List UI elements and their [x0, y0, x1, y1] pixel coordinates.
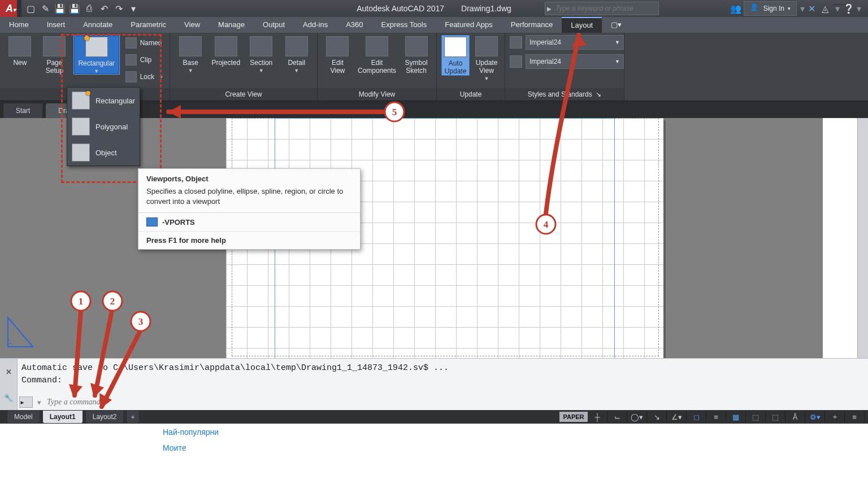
detail-style-dropdown[interactable]: Imperial24▼	[526, 54, 624, 69]
menu-featured-apps[interactable]: Featured Apps	[436, 17, 502, 33]
menu-a360[interactable]: A360	[337, 17, 372, 33]
clip-viewport-button[interactable]: Clip	[123, 53, 165, 67]
detail-view-button[interactable]: Detail▼	[281, 35, 313, 73]
symbol-sketch-button[interactable]: Symbol Sketch	[401, 35, 432, 75]
section-style-dropdown[interactable]: Imperial24▼	[526, 35, 624, 50]
menu-manage[interactable]: Manage	[209, 17, 254, 33]
grid-toggle-icon[interactable]: ┼	[591, 411, 607, 422]
clean-screen-icon[interactable]: ＋	[828, 411, 845, 422]
named-viewports-button[interactable]: Named	[123, 36, 165, 50]
open-icon[interactable]: ✎	[40, 3, 51, 14]
command-history: Automatic save to C:\Users\Krasimir\appd…	[21, 362, 862, 387]
menu-insert[interactable]: Insert	[38, 17, 75, 33]
exchange-icon[interactable]: ✕	[808, 3, 818, 14]
viewport-small-stack: Named Clip Lock▾	[123, 35, 165, 84]
panel-title-createview: Create View	[170, 88, 317, 101]
link-popular[interactable]: Най-популярни	[163, 428, 219, 437]
link-mine[interactable]: Моите	[163, 443, 219, 452]
viewport-option-polygonal[interactable]: Polygonal	[67, 114, 140, 140]
polar-toggle-icon[interactable]: ∠▾	[670, 411, 687, 422]
annotation-visibility-icon[interactable]: Å	[789, 411, 805, 422]
update-view-button[interactable]: Update View▼	[473, 35, 500, 81]
status-toggles: PAPER ┼ ⌙ ◯▾ ↘ ∠▾ ◻ ≡ ▦ ⬚ ⬚ Å ⚙▾ ＋ ≡	[559, 410, 865, 424]
save-icon[interactable]: 💾	[54, 3, 66, 14]
customize-status-icon[interactable]: ≡	[848, 411, 865, 422]
help-search-input[interactable]	[553, 5, 658, 12]
projected-view-button[interactable]: Projected	[210, 35, 242, 67]
qat-customize-icon[interactable]: ▾	[128, 3, 139, 14]
tooltip-help: Press F1 for more help	[138, 231, 360, 249]
menu-layout[interactable]: Layout	[562, 17, 602, 33]
base-view-button[interactable]: Base▼	[175, 35, 207, 73]
modelspace-paperspace-toggle[interactable]: PAPER	[559, 412, 588, 422]
title-right-cluster: 👥 👤 Sign In ▾ ▾ ✕ ◬ ▾ ❔ ▾	[730, 0, 868, 17]
menu-performance[interactable]: Performance	[502, 17, 562, 33]
auto-update-button[interactable]: Auto Update	[441, 35, 470, 76]
panel-title-styles: Styles and Standards ↘	[505, 88, 624, 101]
section-style-icon[interactable]	[510, 36, 522, 49]
redo-icon[interactable]: ↷	[113, 3, 124, 14]
minimize-button[interactable]: —	[833, 1, 845, 7]
tab-layout2[interactable]: Layout2	[85, 411, 124, 424]
menu-home[interactable]: Home	[0, 17, 38, 33]
transparency-icon[interactable]: ▦	[730, 411, 746, 422]
file-tab-start[interactable]: Start	[3, 103, 42, 118]
viewport-option-icon	[72, 143, 90, 162]
edit-view-button[interactable]: Edit View	[322, 35, 353, 75]
command-prompt-icon[interactable]: ▸	[19, 396, 33, 408]
cmdwin-close-icon[interactable]: ✕	[0, 359, 17, 385]
menu-add-ins[interactable]: Add-ins	[294, 17, 337, 33]
osnap-toggle-icon[interactable]: ◻	[690, 411, 706, 422]
menu-annotate[interactable]: Annotate	[74, 17, 121, 33]
snap-toggle-icon[interactable]: ⌙	[611, 411, 627, 422]
viewport-option-label: Polygonal	[96, 123, 128, 131]
add-layout-button[interactable]: ＋	[126, 411, 140, 424]
new-layout-button[interactable]: New	[5, 35, 36, 67]
viewport-option-label: Rectangular	[96, 97, 135, 105]
new-icon[interactable]: ▢	[25, 3, 36, 14]
ucs-icon	[6, 315, 35, 349]
menu-output[interactable]: Output	[254, 17, 294, 33]
cmdwin-handle[interactable]: ✕ 🔧	[0, 359, 18, 411]
infocenter-icon[interactable]: 👥	[730, 3, 740, 14]
a360-icon[interactable]: ◬	[822, 3, 832, 14]
dynamic-input-icon[interactable]: ◯▾	[631, 411, 647, 422]
ribbon-cycle-icon[interactable]: ▢▾	[602, 17, 631, 33]
user-icon: 👤	[750, 3, 760, 14]
saveas-icon[interactable]: 💾	[69, 3, 80, 14]
viewport-option-rectangular[interactable]: Rectangular	[67, 88, 140, 114]
vertical-scrollbar[interactable]	[857, 118, 868, 358]
signin-button[interactable]: 👤 Sign In ▾	[744, 1, 797, 16]
workspace-icon[interactable]: ⚙▾	[809, 411, 825, 422]
detail-style-icon[interactable]	[510, 55, 522, 68]
menu-parametric[interactable]: Parametric	[121, 17, 175, 33]
lock-viewport-button[interactable]: Lock▾	[123, 70, 165, 84]
selection-cycling-icon[interactable]: ⬚	[749, 411, 766, 422]
section-view-button[interactable]: Section▼	[245, 35, 277, 73]
panel-title-update: Update	[437, 88, 505, 101]
cmdwin-wrench-icon[interactable]: 🔧	[0, 385, 17, 411]
command-input[interactable]	[46, 397, 862, 407]
viewport-rectangular-button[interactable]: Rectangular ▼	[73, 35, 120, 75]
plot-icon[interactable]: ⎙	[84, 3, 95, 14]
tab-model[interactable]: Model	[7, 411, 40, 424]
page-setup-button[interactable]: Page Setup	[39, 35, 70, 75]
annotation-scale-icon[interactable]: ⬚	[769, 411, 785, 422]
lineweight-icon[interactable]: ≡	[710, 411, 726, 422]
ortho-toggle-icon[interactable]: ↘	[650, 411, 667, 422]
tooltip-command-row: -VPORTS	[138, 212, 360, 231]
help-search[interactable]: ▶	[545, 2, 659, 15]
app-menu-button[interactable]: A▾	[0, 0, 21, 17]
panel-update: Auto Update Update View▼ Update	[437, 33, 505, 101]
edit-components-button[interactable]: Edit Components	[357, 35, 397, 75]
menu-express-tools[interactable]: Express Tools	[372, 17, 436, 33]
tab-layout1[interactable]: Layout1	[42, 411, 83, 424]
command-input-row: ▸▾	[19, 395, 862, 409]
menu-view[interactable]: View	[175, 17, 209, 33]
undo-icon[interactable]: ↶	[98, 3, 110, 14]
title-bar: A▾ ▢ ✎ 💾 💾 ⎙ ↶ ↷ ▾ Autodesk AutoCAD 2017…	[0, 0, 868, 17]
command-window[interactable]: ✕ 🔧 Automatic save to C:\Users\Krasimir\…	[0, 358, 868, 411]
panel-create-view: Base▼ Projected Section▼ Detail▼ Create …	[170, 33, 318, 101]
search-expand-icon[interactable]: ▶	[545, 6, 553, 12]
viewport-option-object[interactable]: Object	[67, 140, 140, 165]
